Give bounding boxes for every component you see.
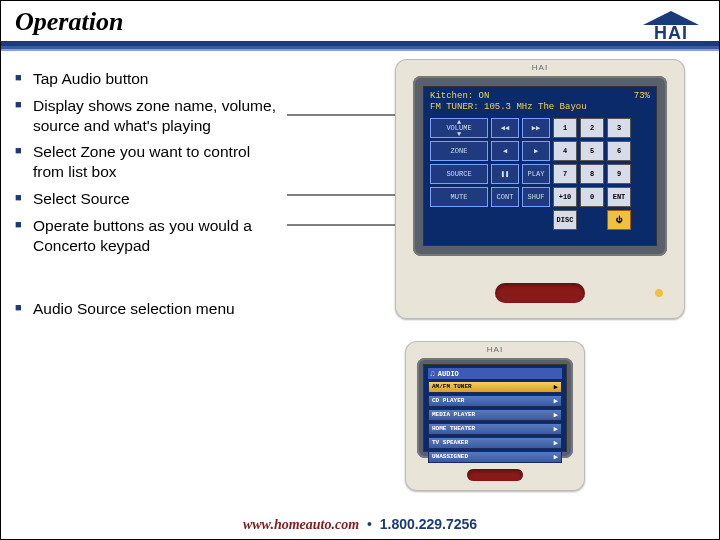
keypad: ▲ VOLUME ▼ ◀◀ ▶▶ 1 2 3 ZONE ◀ ▶ 4 5 6 SO… — [430, 118, 650, 230]
num-1[interactable]: 1 — [553, 118, 577, 138]
num-5[interactable]: 5 — [580, 141, 604, 161]
chevron-right-icon: ▶ — [554, 453, 558, 461]
menu-title-text: AUDIO — [438, 370, 459, 378]
zone-button[interactable]: ZONE — [430, 141, 488, 161]
num-plus10[interactable]: +10 — [553, 187, 577, 207]
play-button[interactable]: PLAY — [522, 164, 550, 184]
num-9[interactable]: 9 — [607, 164, 631, 184]
chevron-right-icon: ▶ — [554, 397, 558, 405]
enter-button[interactable]: ENT — [607, 187, 631, 207]
chevron-right-icon: ▶ — [554, 439, 558, 447]
source-option[interactable]: HOME THEATER▶ — [428, 423, 562, 435]
chevron-right-icon: ▶ — [554, 411, 558, 419]
source-option[interactable]: CD PLAYER▶ — [428, 395, 562, 407]
home-button[interactable] — [495, 283, 585, 303]
pause-button[interactable]: ❚❚ — [491, 164, 519, 184]
music-note-icon: ♫ — [430, 369, 435, 378]
num-0[interactable]: 0 — [580, 187, 604, 207]
bullet-list: Tap Audio button Display shows zone name… — [15, 69, 285, 325]
touchscreen-device-small: HAI ♫ AUDIO AM/FM TUNER▶ CD PLAYER▶ MEDI… — [405, 341, 585, 491]
device-screen: Kitchen: ON 73% FM TUNER: 105.3 MHz The … — [423, 86, 657, 246]
rewind-button[interactable]: ◀◀ — [491, 118, 519, 138]
num-3[interactable]: 3 — [607, 118, 631, 138]
num-2[interactable]: 2 — [580, 118, 604, 138]
list-item: Select Zone you want to control from lis… — [15, 142, 285, 182]
num-8[interactable]: 8 — [580, 164, 604, 184]
volume-status: 73% — [634, 91, 650, 101]
device-bezel: ♫ AUDIO AM/FM TUNER▶ CD PLAYER▶ MEDIA PL… — [417, 358, 573, 458]
source-option[interactable]: UNASSIGNED▶ — [428, 451, 562, 463]
chevron-right-icon: ▶ — [554, 383, 558, 391]
list-item: Tap Audio button — [15, 69, 285, 89]
disc-button[interactable]: DISC — [553, 210, 577, 230]
mute-button[interactable]: MUTE — [430, 187, 488, 207]
source-option[interactable]: AM/FM TUNER▶ — [428, 381, 562, 393]
next-button[interactable]: ▶ — [522, 141, 550, 161]
touchscreen-device: HAI Kitchen: ON 73% FM TUNER: 105.3 MHz … — [395, 59, 685, 319]
brand-logo: HAI — [643, 11, 699, 44]
list-item: Operate buttons as you would a Concerto … — [15, 216, 285, 256]
source-option[interactable]: MEDIA PLAYER▶ — [428, 409, 562, 421]
device-screen: ♫ AUDIO AM/FM TUNER▶ CD PLAYER▶ MEDIA PL… — [423, 364, 567, 452]
power-button[interactable]: ⏻ — [607, 210, 631, 230]
source-status: FM TUNER: 105.3 MHz The Bayou — [430, 102, 650, 112]
device-bezel: Kitchen: ON 73% FM TUNER: 105.3 MHz The … — [413, 76, 667, 256]
zone-status: Kitchen: ON — [430, 91, 489, 101]
source-option[interactable]: TV SPEAKER▶ — [428, 437, 562, 449]
num-4[interactable]: 4 — [553, 141, 577, 161]
list-item: Audio Source selection menu — [15, 299, 285, 319]
menu-title: ♫ AUDIO — [428, 368, 562, 379]
device-brand: HAI — [405, 341, 585, 356]
shuffle-button[interactable]: SHUF — [522, 187, 550, 207]
home-button[interactable] — [467, 469, 523, 481]
footer-url: www.homeauto.com — [243, 517, 359, 532]
cont-button[interactable]: CONT — [491, 187, 519, 207]
led-indicator — [655, 289, 663, 297]
brand-text: HAI — [643, 23, 699, 44]
volume-rocker[interactable]: ▲ VOLUME ▼ — [430, 118, 488, 138]
chevron-right-icon: ▶ — [554, 425, 558, 433]
page-title: Operation — [15, 7, 705, 37]
source-button[interactable]: SOURCE — [430, 164, 488, 184]
footer-phone: 1.800.229.7256 — [380, 516, 477, 532]
ffwd-button[interactable]: ▶▶ — [522, 118, 550, 138]
num-6[interactable]: 6 — [607, 141, 631, 161]
prev-button[interactable]: ◀ — [491, 141, 519, 161]
device-brand: HAI — [395, 59, 685, 74]
list-item: Display shows zone name, volume, source … — [15, 96, 285, 136]
separator-dot: • — [363, 516, 376, 532]
num-7[interactable]: 7 — [553, 164, 577, 184]
footer: www.homeauto.com • 1.800.229.7256 — [1, 516, 719, 533]
list-item: Select Source — [15, 189, 285, 209]
